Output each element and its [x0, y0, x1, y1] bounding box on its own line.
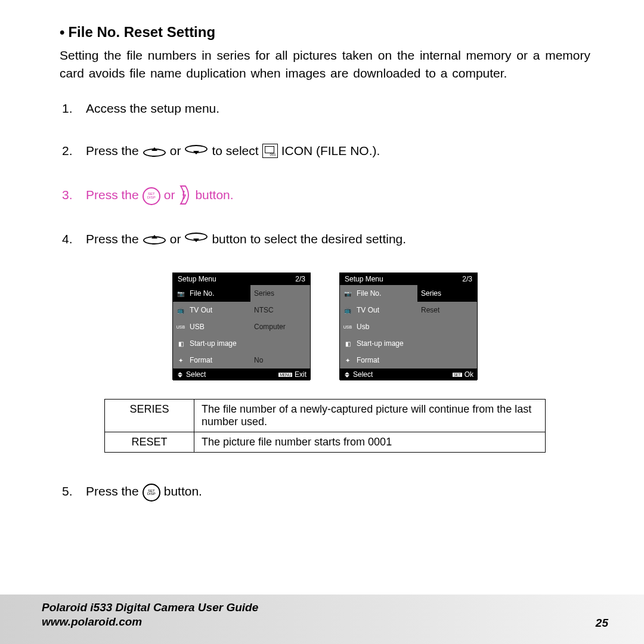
menu-row-label: TV Out	[357, 306, 379, 314]
menu-row-value: Computer	[250, 318, 310, 335]
table-key: SERIES	[105, 400, 194, 432]
up-button-icon	[143, 145, 166, 157]
set-disp-button-icon: SETDISP	[143, 484, 160, 501]
menu-row: 📺TV OutReset	[340, 302, 477, 318]
step-2: 2. Press the or to select ICON (FILE NO.…	[62, 142, 590, 159]
footer-exit: Exit	[295, 370, 306, 379]
step-text: Press the	[86, 482, 139, 500]
footer-guide-title: Polaroid i533 Digital Camera User Guide	[42, 600, 258, 615]
menu-row-value	[417, 318, 477, 335]
menu-row-value	[417, 335, 477, 352]
footer-select: Select	[353, 370, 373, 379]
menu-row-value: Series	[417, 285, 477, 302]
menu-row-label: Start-up image	[190, 339, 237, 348]
step-text: button.	[195, 186, 233, 203]
menu-row-value: Reset	[417, 302, 477, 318]
step-3: 3. Press the SETDISP or button.	[62, 185, 590, 205]
updown-icon	[343, 370, 351, 379]
table-value: The file number of a newly-captured pict…	[194, 400, 546, 432]
menu-row: ◧Start-up image	[173, 335, 310, 352]
footer-url: www.polaroid.com	[42, 615, 258, 630]
menu-row-label: Format	[190, 356, 212, 364]
down-button-icon	[184, 233, 208, 244]
menu-row-value: No	[250, 352, 310, 369]
menu-row: 📷File No.Series	[173, 285, 310, 302]
menu-page-indicator: 2/3	[295, 275, 305, 283]
menu-page-indicator: 2/3	[462, 275, 472, 283]
table-row: RESET The picture file number starts fro…	[105, 432, 546, 453]
section-heading: •File No. Reset Setting	[60, 24, 590, 41]
menu-row-label: TV Out	[190, 306, 212, 314]
setup-menu-left: Setup Menu 2/3 📷File No.Series📺TV OutNTS…	[172, 273, 311, 380]
page-number: 25	[596, 617, 608, 630]
menu-row-icon: 📷	[175, 289, 186, 298]
footer-tag: SET	[453, 373, 462, 377]
step-text: ICON (FILE NO.).	[281, 142, 380, 159]
set-disp-button-icon: SETDISP	[143, 187, 160, 205]
menu-row-icon: USB	[175, 322, 186, 332]
menu-row-value	[417, 352, 477, 369]
footer-select: Select	[186, 370, 206, 379]
file-no-icon	[262, 144, 278, 158]
step-text: button.	[164, 482, 202, 500]
step-text: Press the	[86, 186, 139, 203]
setup-menu-right: Setup Menu 2/3 📷File No.Series📺TV OutRes…	[339, 273, 478, 380]
table-value: The picture file number starts from 0001	[194, 432, 546, 453]
footer-tag: MENU	[278, 373, 292, 377]
footer-ok: Ok	[465, 370, 473, 379]
menu-row-label: File No.	[190, 289, 214, 298]
menu-row-icon: ◧	[342, 339, 353, 348]
step-text: Press the	[86, 230, 139, 247]
step-text: to select	[212, 142, 258, 159]
step-number: 4.	[62, 230, 76, 247]
table-row: SERIES The file number of a newly-captur…	[105, 400, 546, 432]
step-5: 5. Press the SETDISP button.	[62, 482, 590, 500]
menu-row-icon: ✦	[342, 355, 353, 365]
menu-row: USBUsb	[340, 318, 477, 335]
step-text: or	[170, 142, 181, 159]
menu-row-icon: 📺	[175, 305, 186, 315]
menu-row: 📺TV OutNTSC	[173, 302, 310, 318]
down-button-icon	[184, 145, 208, 157]
step-text: Press the	[86, 142, 139, 159]
step-4: 4. Press the or button to select the des…	[62, 230, 590, 247]
menu-row-icon: USB	[342, 322, 353, 332]
menu-row: USBUSBComputer	[173, 318, 310, 335]
menu-row-icon: 📷	[342, 289, 353, 298]
menu-row: ◧Start-up image	[340, 335, 477, 352]
menu-row-icon: 📺	[342, 305, 353, 315]
menu-row-label: Format	[357, 356, 379, 364]
menu-screenshots: Setup Menu 2/3 📷File No.Series📺TV OutNTS…	[60, 273, 590, 380]
menu-row-label: File No.	[357, 289, 381, 298]
description-table: SERIES The file number of a newly-captur…	[104, 399, 546, 453]
step-number: 2.	[62, 142, 76, 159]
step-text: or	[170, 230, 181, 247]
menu-title: Setup Menu	[178, 275, 295, 283]
menu-row-value: NTSC	[250, 302, 310, 318]
up-button-icon	[143, 233, 166, 244]
menu-row-value: Series	[250, 285, 310, 302]
menu-row-label: Usb	[357, 323, 369, 331]
updown-icon	[177, 370, 184, 379]
step-number: 5.	[62, 482, 76, 500]
step-1: 1. Access the setup menu.	[62, 100, 590, 117]
menu-row: ✦Format	[340, 352, 477, 369]
step-number: 3.	[62, 186, 76, 203]
step-text: button to select the desired setting.	[212, 230, 406, 247]
table-key: RESET	[105, 432, 194, 453]
intro-paragraph: Setting the file numbers in series for a…	[60, 47, 590, 83]
menu-row: ✦FormatNo	[173, 352, 310, 369]
flash-right-button-icon	[178, 185, 191, 205]
menu-row: 📷File No.Series	[340, 285, 477, 302]
heading-bullet: •	[60, 24, 64, 40]
menu-title: Setup Menu	[345, 275, 462, 283]
menu-row-label: Start-up image	[357, 339, 404, 348]
page-footer: Polaroid i533 Digital Camera User Guide …	[0, 595, 644, 644]
menu-row-value	[250, 335, 310, 352]
step-text: or	[164, 186, 175, 203]
heading-text: File No. Reset Setting	[68, 24, 215, 40]
step-text: Access the setup menu.	[86, 100, 219, 117]
menu-row-icon: ✦	[175, 355, 186, 365]
menu-row-label: USB	[190, 323, 205, 331]
menu-row-icon: ◧	[175, 339, 186, 348]
